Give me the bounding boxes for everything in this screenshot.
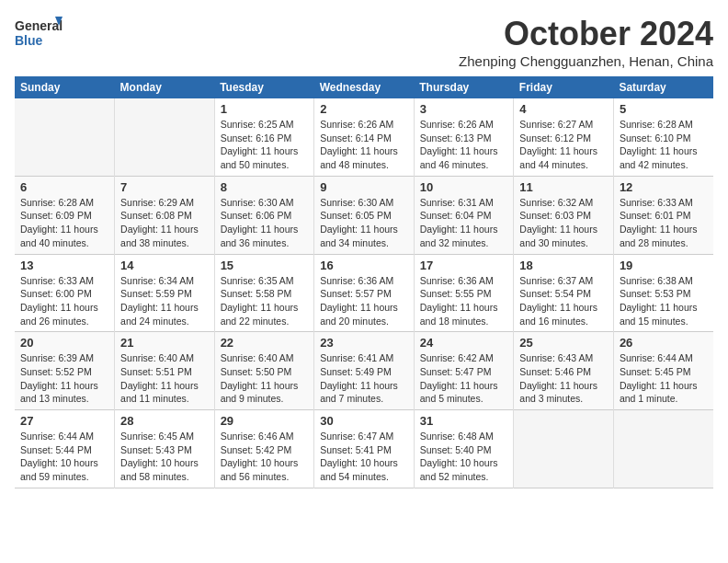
day-number: 8: [221, 180, 309, 194]
calendar-cell: 24 Sunrise: 6:42 AMSunset: 5:47 PMDaylig…: [414, 332, 514, 410]
header-thursday: Thursday: [414, 76, 514, 98]
day-detail: Sunrise: 6:48 AMSunset: 5:40 PMDaylight:…: [420, 430, 508, 484]
calendar-cell: 15 Sunrise: 6:35 AMSunset: 5:58 PMDaylig…: [214, 254, 314, 332]
day-detail: Sunrise: 6:31 AMSunset: 6:04 PMDaylight:…: [420, 196, 508, 250]
calendar-cell: 8 Sunrise: 6:30 AMSunset: 6:06 PMDayligh…: [214, 176, 314, 254]
logo: General Blue: [15, 15, 63, 50]
location: Zhenping Chengguanzhen, Henan, China: [459, 53, 713, 69]
day-detail: Sunrise: 6:26 AMSunset: 6:13 PMDaylight:…: [420, 118, 508, 172]
calendar-cell: 2 Sunrise: 6:26 AMSunset: 6:14 PMDayligh…: [314, 98, 415, 176]
calendar-cell: [115, 98, 215, 176]
day-detail: Sunrise: 6:44 AMSunset: 5:44 PMDaylight:…: [20, 430, 108, 484]
day-detail: Sunrise: 6:36 AMSunset: 5:57 PMDaylight:…: [320, 274, 408, 328]
day-number: 15: [221, 259, 309, 272]
day-detail: Sunrise: 6:28 AMSunset: 6:10 PMDaylight:…: [620, 118, 708, 172]
calendar-cell: 4 Sunrise: 6:27 AMSunset: 6:12 PMDayligh…: [514, 98, 614, 176]
calendar-cell: 3 Sunrise: 6:26 AMSunset: 6:13 PMDayligh…: [414, 98, 514, 176]
calendar-week-row: 27 Sunrise: 6:44 AMSunset: 5:44 PMDaylig…: [15, 410, 713, 488]
day-detail: Sunrise: 6:27 AMSunset: 6:12 PMDaylight:…: [519, 118, 608, 172]
calendar-cell: 11 Sunrise: 6:32 AMSunset: 6:03 PMDaylig…: [514, 176, 614, 254]
day-number: 3: [420, 102, 508, 116]
day-detail: Sunrise: 6:36 AMSunset: 5:55 PMDaylight:…: [420, 274, 508, 328]
day-number: 2: [320, 102, 408, 116]
day-detail: Sunrise: 6:41 AMSunset: 5:49 PMDaylight:…: [320, 351, 408, 406]
calendar-week-row: 13 Sunrise: 6:33 AMSunset: 6:00 PMDaylig…: [15, 254, 713, 332]
calendar-cell: 26 Sunrise: 6:44 AMSunset: 5:45 PMDaylig…: [613, 332, 713, 410]
calendar-cell: [15, 98, 115, 176]
calendar-cell: [514, 410, 614, 488]
day-detail: Sunrise: 6:35 AMSunset: 5:58 PMDaylight:…: [221, 274, 309, 328]
day-number: 10: [420, 180, 508, 194]
calendar-cell: 9 Sunrise: 6:30 AMSunset: 6:05 PMDayligh…: [314, 176, 415, 254]
calendar-week-row: 1 Sunrise: 6:25 AMSunset: 6:16 PMDayligh…: [15, 98, 713, 176]
day-number: 13: [20, 259, 108, 272]
day-detail: Sunrise: 6:25 AMSunset: 6:16 PMDaylight:…: [221, 118, 309, 172]
svg-text:Blue: Blue: [15, 33, 43, 48]
day-number: 17: [420, 259, 508, 272]
title-block: October 2024 Zhenping Chengguanzhen, Hen…: [459, 15, 713, 69]
day-number: 9: [320, 180, 408, 194]
calendar-cell: 12 Sunrise: 6:33 AMSunset: 6:01 PMDaylig…: [613, 176, 713, 254]
calendar-cell: 23 Sunrise: 6:41 AMSunset: 5:49 PMDaylig…: [314, 332, 415, 410]
day-detail: Sunrise: 6:37 AMSunset: 5:54 PMDaylight:…: [519, 274, 608, 328]
day-detail: Sunrise: 6:47 AMSunset: 5:41 PMDaylight:…: [320, 430, 408, 484]
day-number: 23: [320, 336, 408, 350]
day-number: 16: [320, 259, 408, 272]
header-sunday: Sunday: [15, 76, 115, 98]
day-number: 28: [120, 414, 209, 428]
calendar-cell: 1 Sunrise: 6:25 AMSunset: 6:16 PMDayligh…: [214, 98, 314, 176]
day-detail: Sunrise: 6:28 AMSunset: 6:09 PMDaylight:…: [20, 196, 108, 250]
day-detail: Sunrise: 6:39 AMSunset: 5:52 PMDaylight:…: [20, 351, 108, 406]
calendar-cell: 5 Sunrise: 6:28 AMSunset: 6:10 PMDayligh…: [613, 98, 713, 176]
day-detail: Sunrise: 6:46 AMSunset: 5:42 PMDaylight:…: [221, 430, 309, 484]
day-number: 26: [620, 336, 708, 350]
calendar-cell: 20 Sunrise: 6:39 AMSunset: 5:52 PMDaylig…: [15, 332, 115, 410]
day-number: 4: [519, 102, 608, 116]
day-detail: Sunrise: 6:44 AMSunset: 5:45 PMDaylight:…: [620, 351, 708, 406]
calendar-cell: 14 Sunrise: 6:34 AMSunset: 5:59 PMDaylig…: [115, 254, 215, 332]
day-detail: Sunrise: 6:42 AMSunset: 5:47 PMDaylight:…: [420, 351, 508, 406]
day-number: 29: [221, 414, 309, 428]
day-detail: Sunrise: 6:29 AMSunset: 6:08 PMDaylight:…: [120, 196, 209, 250]
calendar-cell: 25 Sunrise: 6:43 AMSunset: 5:46 PMDaylig…: [514, 332, 614, 410]
calendar-cell: 29 Sunrise: 6:46 AMSunset: 5:42 PMDaylig…: [214, 410, 314, 488]
calendar-cell: 13 Sunrise: 6:33 AMSunset: 6:00 PMDaylig…: [15, 254, 115, 332]
day-number: 14: [120, 259, 209, 272]
calendar-cell: 17 Sunrise: 6:36 AMSunset: 5:55 PMDaylig…: [414, 254, 514, 332]
svg-text:General: General: [15, 18, 63, 33]
day-number: 30: [320, 414, 408, 428]
day-number: 1: [221, 102, 309, 116]
calendar-cell: [613, 410, 713, 488]
calendar-cell: 10 Sunrise: 6:31 AMSunset: 6:04 PMDaylig…: [414, 176, 514, 254]
page-header: General Blue October 2024 Zhenping Cheng…: [15, 15, 713, 69]
day-detail: Sunrise: 6:33 AMSunset: 6:00 PMDaylight:…: [20, 274, 108, 328]
header-wednesday: Wednesday: [314, 76, 415, 98]
day-number: 25: [519, 336, 608, 350]
month-title: October 2024: [459, 15, 713, 53]
day-detail: Sunrise: 6:40 AMSunset: 5:51 PMDaylight:…: [120, 351, 209, 406]
day-number: 18: [519, 259, 608, 272]
calendar-cell: 28 Sunrise: 6:45 AMSunset: 5:43 PMDaylig…: [115, 410, 215, 488]
calendar-table: Sunday Monday Tuesday Wednesday Thursday…: [15, 76, 713, 488]
header-tuesday: Tuesday: [214, 76, 314, 98]
calendar-cell: 7 Sunrise: 6:29 AMSunset: 6:08 PMDayligh…: [115, 176, 215, 254]
logo-svg: General Blue: [15, 15, 63, 50]
calendar-cell: 16 Sunrise: 6:36 AMSunset: 5:57 PMDaylig…: [314, 254, 415, 332]
day-number: 22: [221, 336, 309, 350]
day-number: 27: [20, 414, 108, 428]
day-detail: Sunrise: 6:30 AMSunset: 6:05 PMDaylight:…: [320, 196, 408, 250]
day-number: 31: [420, 414, 508, 428]
day-number: 19: [620, 259, 708, 272]
day-detail: Sunrise: 6:32 AMSunset: 6:03 PMDaylight:…: [519, 196, 608, 250]
day-number: 20: [20, 336, 108, 350]
day-number: 11: [519, 180, 608, 194]
calendar-cell: 6 Sunrise: 6:28 AMSunset: 6:09 PMDayligh…: [15, 176, 115, 254]
day-detail: Sunrise: 6:30 AMSunset: 6:06 PMDaylight:…: [221, 196, 309, 250]
day-number: 5: [620, 102, 708, 116]
calendar-week-row: 20 Sunrise: 6:39 AMSunset: 5:52 PMDaylig…: [15, 332, 713, 410]
calendar-cell: 30 Sunrise: 6:47 AMSunset: 5:41 PMDaylig…: [314, 410, 415, 488]
calendar-cell: 31 Sunrise: 6:48 AMSunset: 5:40 PMDaylig…: [414, 410, 514, 488]
day-number: 24: [420, 336, 508, 350]
calendar-header-row: Sunday Monday Tuesday Wednesday Thursday…: [15, 76, 713, 98]
header-monday: Monday: [115, 76, 215, 98]
